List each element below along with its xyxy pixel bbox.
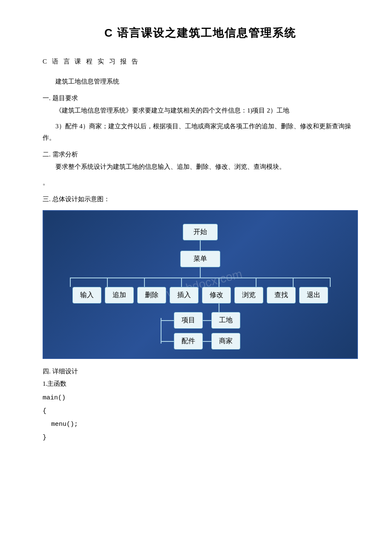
- v-spacer-1: [70, 304, 71, 312]
- code-main: main(): [43, 392, 358, 404]
- subtitle: C 语 言 课 程 实 习 报 告: [43, 58, 358, 66]
- project-row: 项目 工地: [161, 312, 240, 329]
- node-insert: 插入: [170, 287, 199, 304]
- v-conn-1: [70, 278, 71, 287]
- section2-para: 要求整个系统设计为建筑工地的信息输入、追加、删除、修改、浏览、查询模块。: [43, 161, 358, 173]
- v-conn-6: [256, 278, 257, 287]
- v-conn-modify: [219, 304, 219, 312]
- v-spacer-6: [256, 304, 257, 312]
- node-input: 输入: [72, 287, 101, 304]
- node-add: 追加: [105, 287, 134, 304]
- branch-left-col: 项目 工地 配件 商家: [161, 312, 240, 350]
- h-from-project: [203, 320, 211, 321]
- v-conn-2: [107, 278, 108, 287]
- section2-title: 二. 需求分析: [43, 150, 358, 159]
- bottom-connectors-row: [70, 304, 331, 312]
- v-conn-3: [144, 278, 145, 287]
- flowchart-diagram: 开始 菜单 输入 追加 删除 插入 修改 浏览 查找: [43, 210, 358, 359]
- eight-boxes: 输入 追加 删除 插入 修改 浏览 查找 退出: [52, 287, 349, 304]
- v-conn-7: [293, 278, 294, 287]
- section1-para2: 3）配件 4）商家；建立文件以后，根据项目、工地或商家完成各项工作的追加、删除、…: [43, 121, 358, 144]
- connector-v2: [200, 267, 201, 278]
- node-merchant: 商家: [211, 333, 240, 350]
- node-delete: 删除: [137, 287, 166, 304]
- connector-v1: [200, 240, 201, 251]
- v-spacer-8: [330, 304, 331, 312]
- node-parts: 配件: [174, 333, 203, 350]
- section1-title: 一. 题目要求: [43, 94, 358, 102]
- flowchart-node-start: 开始: [183, 224, 218, 240]
- node-project: 项目: [174, 312, 203, 329]
- v-conn-8: [330, 278, 331, 287]
- node-browse: 浏览: [234, 287, 263, 304]
- h-to-project: [161, 320, 174, 321]
- v-spacer-3: [144, 304, 145, 312]
- node-site: 工地: [211, 312, 240, 329]
- section4-sub1: 1.主函数: [43, 378, 358, 390]
- node-exit: 退出: [299, 287, 328, 304]
- code-menu: menu();: [43, 419, 358, 430]
- code-brace-close: }: [43, 432, 358, 443]
- page-title: C 语言课设之建筑工地信息管理系统: [43, 26, 358, 40]
- system-name: 建筑工地信息管理系统: [43, 76, 358, 87]
- section2-period: 。: [43, 177, 358, 188]
- boxes-connectors-row: [70, 278, 331, 287]
- v-conn-5: [219, 278, 219, 287]
- v-spacer-7: [293, 304, 294, 312]
- v-conn-4: [181, 278, 182, 287]
- code-brace-open: {: [43, 405, 358, 417]
- v-spacer-4: [181, 304, 182, 312]
- section4-title: 四. 详细设计: [43, 367, 358, 376]
- section1-para: 《建筑工地信息管理系统》要求要建立与建筑相关的四个文件信息：1)项目 2）工地: [43, 105, 358, 116]
- node-find: 查找: [267, 287, 296, 304]
- parts-row: 配件 商家: [161, 333, 240, 350]
- section3-title: 三. 总体设计如示意图：: [43, 195, 358, 203]
- h-from-parts: [203, 341, 211, 342]
- flowchart-node-menu: 菜单: [180, 251, 220, 267]
- project-site-row: 项目 工地 配件 商家: [161, 312, 240, 350]
- h-to-parts: [161, 341, 174, 342]
- node-modify: 修改: [202, 287, 231, 304]
- v-spacer-2: [107, 304, 108, 312]
